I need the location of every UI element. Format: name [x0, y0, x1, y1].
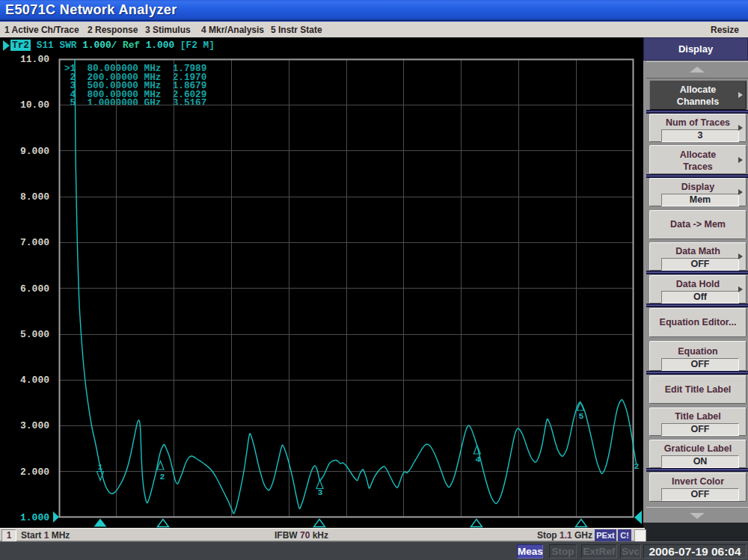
svg-text:1: 1 [98, 462, 103, 472]
svg-text:5: 5 [579, 411, 584, 421]
svg-text:2: 2 [160, 472, 165, 481]
svg-text:3: 3 [318, 487, 323, 497]
svg-text:4: 4 [476, 455, 481, 464]
svg-text:2: 2 [634, 461, 640, 471]
